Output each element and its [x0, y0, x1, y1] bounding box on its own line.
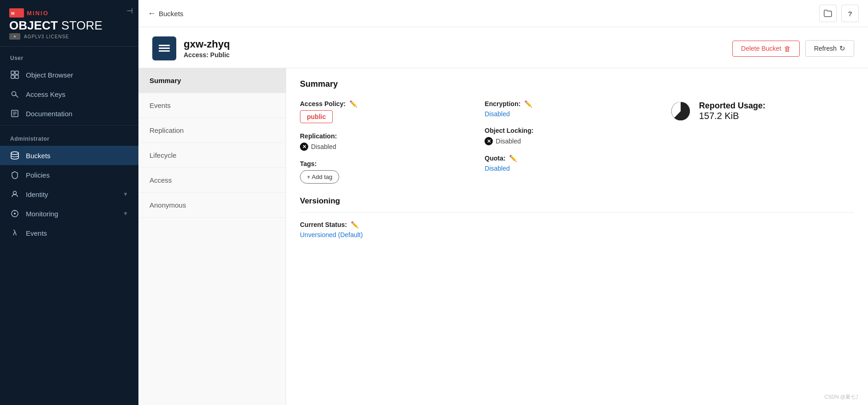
sub-nav-summary[interactable]: Summary: [138, 68, 286, 93]
delete-bucket-button[interactable]: Delete Bucket 🗑: [732, 41, 800, 57]
current-status-value[interactable]: Unversioned (Default): [300, 231, 854, 238]
sidebar-item-documentation[interactable]: Documentation: [0, 104, 138, 123]
sidebar-item-policies-label: Policies: [26, 171, 50, 179]
access-policy-value[interactable]: public: [300, 110, 333, 123]
minio-text: MINIO: [27, 10, 49, 17]
main-content: ← Buckets ? gxw-zhyq: [138, 0, 868, 405]
sidebar-item-object-browser[interactable]: Object Browser: [0, 65, 138, 84]
license-text: AGPLV3 LICENSE: [24, 34, 69, 39]
quota-label: Quota: ✏️: [485, 155, 669, 162]
usage-label: Reported Usage:: [699, 101, 766, 111]
object-locking-value: ✕ Disabled: [485, 137, 669, 145]
access-policy-edit-icon[interactable]: ✏️: [349, 100, 357, 107]
replication-disabled-icon: ✕: [300, 143, 308, 151]
replication-value: ✕ Disabled: [300, 143, 485, 151]
svg-rect-17: [159, 45, 170, 46]
bucket-actions: Delete Bucket 🗑 Refresh ↻: [732, 40, 854, 57]
sub-nav-lifecycle-label: Lifecycle: [150, 151, 176, 159]
topbar-right: ?: [819, 5, 859, 22]
sub-nav-access-label: Access: [150, 176, 172, 184]
quota-value[interactable]: Disabled: [485, 165, 669, 172]
svg-rect-4: [11, 75, 14, 78]
identity-chevron-icon: ▼: [123, 191, 128, 197]
sidebar-header: M MINIO OBJECT STORE A AGPLV3 LICENSE: [0, 0, 138, 47]
bucket-access: Access: Public: [184, 51, 230, 59]
bucket-list-icon: [158, 43, 171, 54]
sidebar-item-buckets[interactable]: Buckets: [0, 146, 138, 165]
sub-nav-replication[interactable]: Replication: [138, 118, 286, 143]
quota-field: Quota: ✏️ Disabled: [485, 155, 669, 172]
sub-nav: Summary Events Replication Lifecycle Acc…: [138, 68, 286, 405]
minio-logo-icon: M: [9, 8, 24, 18]
bucket-icon: [152, 36, 176, 60]
agpl-icon: A: [9, 33, 20, 40]
sidebar-divider: [0, 125, 138, 125]
sidebar-item-events[interactable]: λ Events: [0, 223, 138, 243]
sidebar: M MINIO OBJECT STORE A AGPLV3 LICENSE ⊣ …: [0, 0, 138, 405]
help-button[interactable]: ?: [841, 5, 859, 22]
topbar-left: ← Buckets: [148, 9, 183, 18]
docs-icon: [10, 109, 19, 118]
sidebar-item-buckets-label: Buckets: [26, 152, 50, 160]
access-policy-value-box: public: [300, 110, 485, 123]
access-policy-field: Access Policy: ✏️ public: [300, 100, 485, 123]
access-value: Public: [210, 51, 230, 59]
sub-nav-anonymous[interactable]: Anonymous: [138, 193, 286, 218]
versioning-section: Versioning Current Status: ✏️ Unversione…: [300, 197, 854, 238]
bucket-name-area: gxw-zhyq Access: Public: [184, 38, 230, 59]
back-to-buckets-link[interactable]: ← Buckets: [148, 9, 183, 18]
sidebar-item-events-label: Events: [26, 229, 47, 237]
tags-field: Tags: + Add tag: [300, 160, 485, 184]
bucket-header: gxw-zhyq Access: Public Delete Bucket 🗑 …: [138, 27, 868, 68]
sidebar-item-identity[interactable]: Identity ▼: [0, 185, 138, 204]
summary-col-3: Reported Usage: 157.2 KiB: [670, 100, 854, 193]
watermark: CSDN @夏七丿: [825, 393, 861, 400]
add-tag-label: + Add tag: [307, 173, 332, 180]
access-label: Access:: [184, 51, 209, 59]
bucket-info: gxw-zhyq Access: Public: [152, 36, 230, 60]
sub-nav-replication-label: Replication: [150, 126, 184, 134]
encryption-value[interactable]: Disabled: [485, 110, 669, 118]
encryption-field: Encryption: ✏️ Disabled: [485, 100, 669, 118]
encryption-edit-icon[interactable]: ✏️: [524, 100, 532, 107]
access-keys-icon: [10, 89, 19, 99]
refresh-button[interactable]: Refresh ↻: [805, 40, 854, 57]
back-label: Buckets: [159, 10, 183, 18]
summary-col-2: Encryption: ✏️ Disabled Object Locking: …: [485, 100, 669, 193]
reported-usage-field: Reported Usage: 157.2 KiB: [670, 100, 854, 122]
user-section-label: User: [0, 47, 138, 65]
bucket-name: gxw-zhyq: [184, 38, 230, 50]
add-tag-button[interactable]: + Add tag: [300, 170, 339, 184]
admin-section-label: Administrator: [0, 127, 138, 146]
svg-rect-2: [11, 71, 14, 74]
refresh-icon: ↻: [839, 44, 845, 53]
svg-point-12: [11, 152, 18, 155]
grid-icon: [10, 70, 19, 79]
reported-usage: Reported Usage: 157.2 KiB: [670, 100, 854, 122]
quota-edit-icon[interactable]: ✏️: [509, 155, 517, 162]
sidebar-item-access-keys[interactable]: Access Keys: [0, 84, 138, 104]
back-arrow-icon: ←: [148, 9, 156, 18]
sidebar-item-monitoring[interactable]: Monitoring ▼: [0, 204, 138, 223]
current-status-field: Current Status: ✏️ Unversioned (Default): [300, 221, 854, 238]
versioning-title: Versioning: [300, 197, 854, 213]
collapse-sidebar-button[interactable]: ⊣: [126, 6, 133, 15]
current-status-edit-icon[interactable]: ✏️: [351, 221, 359, 228]
monitoring-chevron-icon: ▼: [123, 210, 128, 217]
sub-nav-lifecycle[interactable]: Lifecycle: [138, 143, 286, 168]
sidebar-item-policies[interactable]: Policies: [0, 165, 138, 185]
lambda-icon: λ: [10, 228, 19, 238]
sub-nav-events[interactable]: Events: [138, 93, 286, 118]
brand-name: OBJECT STORE: [9, 19, 129, 31]
sub-nav-access[interactable]: Access: [138, 168, 286, 193]
sidebar-item-identity-label: Identity: [26, 191, 48, 198]
encryption-label: Encryption: ✏️: [485, 100, 669, 107]
svg-rect-19: [159, 50, 170, 52]
refresh-label: Refresh: [814, 45, 837, 52]
sidebar-item-access-keys-label: Access Keys: [26, 90, 66, 98]
buckets-icon: [10, 151, 19, 160]
folder-button[interactable]: [819, 5, 837, 22]
help-icon: ?: [848, 10, 852, 18]
identity-icon: [10, 190, 19, 199]
svg-rect-18: [159, 48, 170, 49]
